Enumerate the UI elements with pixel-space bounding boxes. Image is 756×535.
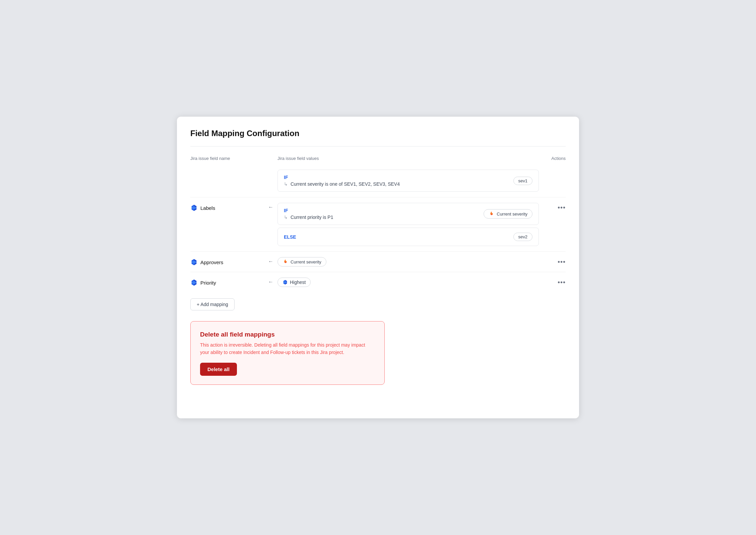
row-values-priority: Highest	[277, 278, 539, 287]
fire-icon	[282, 259, 289, 265]
delete-description: This action is irreversible. Deleting al…	[200, 342, 375, 356]
condition-if-text-labels: ↳ Current priority is P1	[284, 215, 333, 220]
table-row: Approvers ← Current severity •••	[190, 251, 566, 272]
condition-arrow-labels: ↳	[284, 215, 288, 220]
condition-right-labels: Current severity	[484, 209, 532, 219]
row-arrow-labels: ←	[264, 203, 277, 210]
page-title: Field Mapping Configuration	[190, 129, 566, 138]
else-keyword: ELSE	[284, 234, 296, 240]
jira-icon-small	[282, 280, 288, 285]
current-severity-badge-labels: Current severity	[484, 209, 532, 219]
if-keyword-labels: IF	[284, 208, 333, 213]
condition-right: sev1	[513, 177, 532, 185]
arrow-left-icon: ←	[268, 258, 273, 264]
fire-icon	[489, 211, 495, 217]
main-card: Field Mapping Configuration Jira issue f…	[177, 117, 579, 418]
header-divider	[190, 146, 566, 146]
row-actions-labels[interactable]: •••	[539, 203, 566, 211]
field-cell-empty	[190, 170, 264, 171]
current-severity-badge-approvers: Current severity	[277, 257, 326, 266]
field-cell-priority: Priority	[190, 278, 264, 286]
arrow-left-icon: ←	[268, 279, 273, 285]
three-dots-labels[interactable]: •••	[558, 204, 566, 211]
row-arrow-priority: ←	[264, 278, 277, 285]
priority-field-label: Priority	[200, 280, 216, 286]
row-actions-priority[interactable]: •••	[539, 278, 566, 286]
if-keyword: IF	[284, 175, 400, 180]
condition-arrow-icon: ↳	[284, 181, 288, 187]
jira-icon	[190, 279, 198, 286]
table-row: IF ↳ Current severity is one of SEV1, SE…	[190, 164, 566, 197]
jira-icon	[190, 204, 198, 212]
labels-field-label: Labels	[200, 205, 215, 211]
table-row: Priority ← Highest	[190, 272, 566, 292]
table-header: Jira issue field name Jira issue field v…	[190, 153, 566, 164]
col-actions-name: Actions	[539, 156, 566, 161]
row-arrow-approvers: ←	[264, 257, 277, 264]
field-cell-labels: Labels	[190, 203, 264, 212]
condition-block-else-labels: ELSE sev2	[277, 228, 539, 246]
row-actions-empty	[539, 170, 566, 171]
row-values-approvers: Current severity	[277, 257, 539, 266]
row-arrow-empty	[264, 170, 277, 171]
condition-left-labels: IF ↳ Current priority is P1	[284, 208, 333, 220]
three-dots-approvers[interactable]: •••	[558, 258, 566, 265]
delete-title: Delete all field mappings	[200, 331, 375, 338]
field-cell-approvers: Approvers	[190, 257, 264, 266]
row-values-labels: IF ↳ Current priority is P1 Current seve…	[277, 203, 539, 246]
col-field-name: Jira issue field name	[190, 156, 264, 161]
condition-block-if: IF ↳ Current severity is one of SEV1, SE…	[277, 170, 539, 192]
highest-chip: Highest	[277, 278, 311, 287]
three-dots-priority[interactable]: •••	[558, 279, 566, 286]
condition-right-else: sev2	[513, 233, 532, 241]
condition-if-text: ↳ Current severity is one of SEV1, SEV2,…	[284, 181, 400, 187]
delete-section: Delete all field mappings This action is…	[190, 321, 385, 385]
condition-left: IF ↳ Current severity is one of SEV1, SE…	[284, 175, 400, 187]
add-mapping-button[interactable]: + Add mapping	[190, 298, 235, 310]
jira-icon	[190, 258, 198, 266]
row-actions-approvers[interactable]: •••	[539, 257, 566, 265]
table-row: Labels ← IF ↳ Current priority is P1	[190, 197, 566, 251]
delete-all-button[interactable]: Delete all	[200, 363, 237, 376]
row-values-cell: IF ↳ Current severity is one of SEV1, SE…	[277, 170, 539, 192]
sev1-badge: sev1	[513, 177, 532, 185]
arrow-left-icon: ←	[268, 204, 273, 210]
sev2-badge: sev2	[513, 233, 532, 241]
condition-block-if-labels: IF ↳ Current priority is P1 Current seve…	[277, 203, 539, 225]
condition-left-else: ELSE	[284, 234, 296, 240]
approvers-field-label: Approvers	[200, 259, 223, 265]
col-values-name: Jira issue field values	[277, 156, 539, 161]
